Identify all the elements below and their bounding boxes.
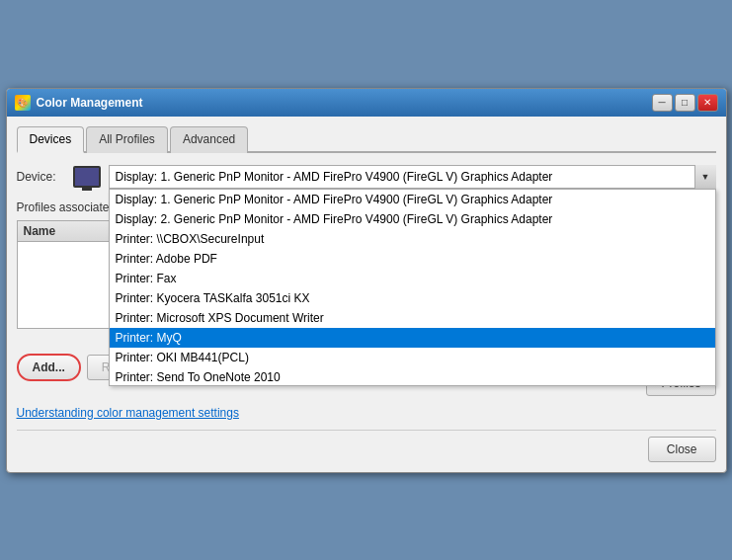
dropdown-item-0[interactable]: Display: 1. Generic PnP Monitor - AMD Fi… (110, 190, 715, 209)
footer: Close (17, 430, 716, 462)
window-content: Devices All Profiles Advanced Device: Di… (7, 117, 726, 472)
window-close-button[interactable]: ✕ (697, 94, 718, 112)
tab-all-profiles[interactable]: All Profiles (86, 126, 168, 153)
device-dropdown-wrapper: Display: 1. Generic PnP Monitor - AMD Fi… (109, 165, 716, 189)
dropdown-item-5[interactable]: Printer: Kyocera TASKalfa 3051ci KX (110, 288, 715, 308)
dropdown-item-4[interactable]: Printer: Fax (110, 269, 715, 288)
window-title: Color Management (37, 96, 143, 110)
device-row: Device: Display: 1. Generic PnP Monitor … (17, 163, 716, 191)
dropdown-arrow-icon[interactable]: ▼ (694, 165, 716, 189)
dropdown-item-2[interactable]: Printer: \\CBOX\SecureInput (110, 229, 715, 249)
title-bar-left: 🎨 Color Management (15, 95, 143, 111)
add-button[interactable]: Add... (17, 354, 81, 381)
device-selected-text: Display: 1. Generic PnP Monitor - AMD Fi… (116, 170, 553, 184)
dropdown-item-8[interactable]: Printer: OKI MB441(PCL) (110, 348, 715, 367)
device-label: Device: (17, 170, 71, 184)
tab-bar: Devices All Profiles Advanced (17, 124, 716, 153)
device-dropdown-list: Display: 1. Generic PnP Monitor - AMD Fi… (109, 189, 716, 386)
dropdown-item-6[interactable]: Printer: Microsoft XPS Document Writer (110, 308, 715, 328)
tab-devices[interactable]: Devices (17, 126, 85, 153)
dropdown-item-7[interactable]: Printer: MyQ (110, 328, 715, 348)
title-bar: 🎨 Color Management ─ □ ✕ (7, 89, 726, 117)
monitor-icon (73, 166, 101, 188)
maximize-button[interactable]: □ (675, 94, 695, 112)
understanding-link[interactable]: Understanding color management settings (17, 406, 239, 420)
dropdown-item-9[interactable]: Printer: Send To OneNote 2010 (110, 367, 715, 386)
link-row: Understanding color management settings (17, 406, 716, 420)
monitor-icon-wrapper (71, 163, 103, 191)
close-button[interactable]: Close (648, 437, 716, 462)
tab-advanced[interactable]: Advanced (170, 126, 248, 153)
device-dropdown[interactable]: Display: 1. Generic PnP Monitor - AMD Fi… (109, 165, 716, 189)
dropdown-item-1[interactable]: Display: 2. Generic PnP Monitor - AMD Fi… (110, 209, 715, 229)
app-icon: 🎨 (15, 95, 31, 111)
color-management-window: 🎨 Color Management ─ □ ✕ Devices All Pro… (6, 88, 727, 473)
minimize-button[interactable]: ─ (652, 94, 673, 112)
dropdown-item-3[interactable]: Printer: Adobe PDF (110, 249, 715, 269)
title-buttons: ─ □ ✕ (652, 94, 718, 112)
